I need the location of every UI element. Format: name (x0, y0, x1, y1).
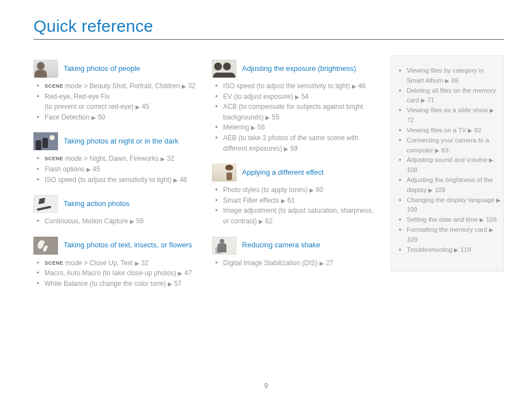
column-2: Adjusting the exposure (brightness)ISO s… (212, 55, 375, 299)
list-item: Flash options ▶ 45 (43, 164, 196, 175)
sidebar-item: Formatting the memory card ▶ 109 (405, 225, 501, 245)
page-ref: 109 (486, 216, 496, 223)
item-text: mode > Close Up, Text (64, 259, 133, 267)
page-ref-arrow: ▶ (489, 227, 494, 233)
item-text: Face Detection (45, 113, 90, 121)
item-text: White Balance (to change the color tone) (45, 280, 166, 288)
item-text: Red-eye, Red-eye Fix (45, 93, 110, 100)
section-thumbnail (33, 237, 58, 255)
page-title: Quick reference (33, 17, 504, 36)
section-thumbnail (212, 164, 236, 181)
section-header: Applying a different effect (212, 164, 375, 181)
page-ref: 59 (136, 217, 143, 225)
page-ref: 72 (407, 117, 414, 123)
page-ref: 27 (326, 259, 333, 267)
section-header: Adjusting the exposure (brightness) (212, 60, 375, 78)
page-ref: 32 (141, 259, 148, 267)
item-text: mode > Beauty Shot, Portrait, Children (64, 82, 180, 90)
list-item: White Balance (to change the color tone)… (43, 279, 196, 289)
item-text: Continuous, Motion Capture (45, 217, 128, 225)
section-list: Continuous, Motion Capture ▶ 59 (33, 216, 196, 227)
page-ref-arrow: ▶ (136, 104, 140, 110)
sidebar-item: Viewing files by category in Smart Album… (405, 66, 501, 86)
item-text: Adjusting the brightness of the display (407, 176, 493, 193)
item-text: Digital Image Stabilization (DIS) (223, 259, 317, 267)
list-item: Face Detection ▶ 50 (43, 112, 196, 123)
list-item: Macro, Auto Macro (to take close-up phot… (43, 268, 196, 279)
section-list: SCENE mode > Night, Dawn, Fireworks ▶ 32… (33, 154, 196, 185)
item-text: Troubleshooting (407, 246, 452, 253)
page-ref: 109 (407, 236, 417, 243)
page-ref-arrow: ▶ (251, 125, 255, 131)
section-header: Taking photos at night or in the dark (33, 132, 196, 150)
page-ref: 109 (407, 206, 417, 213)
section-thumbnail (33, 60, 58, 78)
page-ref-arrow: ▶ (309, 187, 314, 193)
page-ref: 54 (301, 93, 308, 100)
section-title: Reducing camera shake (242, 241, 320, 250)
page-ref-arrow: ▶ (281, 198, 286, 204)
list-item: SCENE mode > Close Up, Text ▶ 32 (43, 258, 196, 269)
page-ref: 62 (265, 217, 272, 225)
sidebar-item: Setting the date and time ▶ 109 (405, 215, 501, 225)
section-title: Taking photos of text, insects, or flowe… (64, 241, 192, 250)
item-text: ISO speed (to adjust the sensitivity to … (45, 176, 171, 184)
page-ref: 61 (287, 197, 294, 204)
list-item: Digital Image Stabilization (DIS) ▶ 27 (222, 258, 375, 269)
sidebar-item: Viewing files on a TV ▶ 82 (405, 126, 501, 136)
sidebar-item: Viewing files as a slide show ▶ 72 (405, 106, 501, 126)
item-text: Viewing files as a slide show (407, 107, 488, 113)
section-header: Taking photos of text, insects, or flowe… (33, 237, 196, 255)
scene-label: SCENE (45, 156, 64, 161)
page-ref: 60 (316, 186, 323, 194)
page-ref: 47 (185, 269, 192, 277)
item-text: Changing the display language (407, 197, 495, 203)
page-ref: 46 (358, 82, 365, 90)
section-title: Applying a different effect (242, 168, 323, 178)
page-ref-arrow: ▶ (161, 156, 165, 162)
scene-label: SCENE (45, 260, 64, 266)
page-ref-arrow: ▶ (468, 127, 472, 133)
page-ref: 45 (93, 165, 100, 173)
page-ref-arrow: ▶ (135, 260, 139, 266)
column-1: Taking photos of peopleSCENE mode > Beau… (33, 55, 196, 299)
list-item: Red-eye, Red-eye Fix(to prevent or corre… (43, 92, 196, 112)
page-ref: 50 (98, 113, 105, 121)
page-ref-arrow: ▶ (489, 157, 494, 163)
list-item: EV (to adjust exposure) ▶ 54 (222, 92, 375, 102)
page-ref: 69 (451, 77, 458, 84)
list-item: ACB (to compensate for subjects against … (222, 102, 375, 122)
section-title: Taking action photos (64, 199, 130, 209)
page-ref-arrow: ▶ (320, 260, 324, 266)
sidebar-item: Changing the display language ▶ 109 (405, 195, 501, 216)
sidebar-item: Connecting your camera to a computer ▶ 8… (405, 136, 501, 156)
section-thumbnail (33, 195, 58, 213)
list-item: ISO speed (to adjust the sensitivity to … (222, 81, 375, 92)
page-ref-arrow: ▶ (480, 217, 484, 223)
page-ref: 57 (174, 280, 181, 288)
item-text: Adjusting sound and volume (407, 156, 487, 163)
list-item: Metering ▶ 56 (222, 122, 375, 133)
item-text-cont: (to prevent or correct red-eye) (45, 103, 133, 111)
section-thumbnail (212, 60, 236, 78)
page-ref: 71 (427, 97, 434, 103)
page-ref-arrow: ▶ (265, 114, 270, 121)
page-ref-arrow: ▶ (182, 83, 186, 89)
section-list: Photo styles (to apply tones) ▶ 60Smart … (212, 185, 375, 226)
section-list: SCENE mode > Beauty Shot, Portrait, Chil… (33, 81, 196, 122)
sidebar-item: Troubleshooting ▶ 119 (405, 245, 501, 255)
list-item: AEB (to take 3 photos of the same scene … (222, 133, 375, 154)
page-ref: 32 (167, 155, 174, 162)
item-text: Image adjustment (to adjust saturation, … (223, 207, 373, 225)
title-rule (33, 39, 504, 40)
page-ref-arrow: ▶ (496, 197, 501, 203)
item-text: Macro, Auto Macro (to take close-up phot… (45, 269, 176, 277)
content-columns: Taking photos of peopleSCENE mode > Beau… (33, 55, 504, 299)
sidebar-item: Deleting all files on the memory card ▶ … (405, 86, 501, 106)
item-text: ACB (to compensate for subjects against … (223, 103, 363, 121)
page-ref-arrow: ▶ (259, 218, 263, 224)
item-text: Flash options (45, 165, 84, 173)
section-list: ISO speed (to adjust the sensitivity to … (212, 81, 375, 154)
section-header: Taking action photos (33, 195, 196, 213)
item-text: EV (to adjust exposure) (223, 93, 293, 100)
